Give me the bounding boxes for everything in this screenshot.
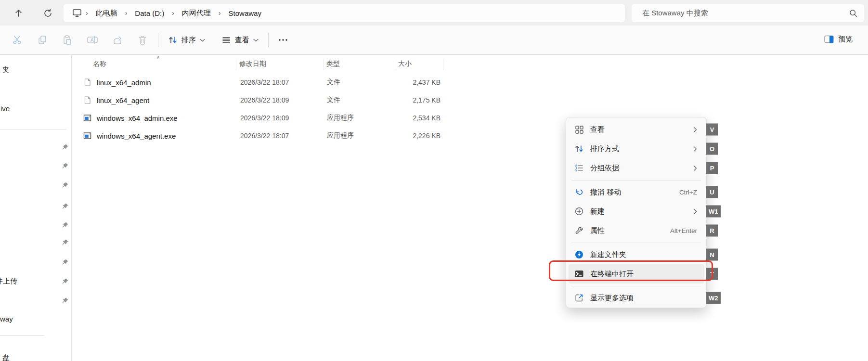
sort-by-icon [574,144,584,154]
share-icon [112,35,123,45]
terminal-icon [574,269,584,279]
application-icon [83,114,91,122]
key-hint-badge: N [706,249,718,261]
chevron-down-icon [253,39,259,42]
pin-icon [62,162,69,169]
file-icon [83,96,91,104]
up-arrow-icon [14,9,23,18]
menu-label: 新建文件夹 [590,250,626,259]
preview-label: 预览 [838,35,853,44]
pin-icon [62,203,69,210]
file-type: 应用程序 [327,114,354,122]
menu-item-properties[interactable]: 属性 Alt+Enter R [569,221,704,240]
cut-icon [12,35,23,45]
view-dropdown[interactable]: 查看 [217,31,263,49]
column-header-type[interactable]: 类型 [326,60,340,68]
new-folder-extension-icon [574,250,584,259]
column-separator[interactable] [396,59,396,70]
column-separator[interactable] [443,59,443,70]
file-date: 2026/3/22 18:09 [240,96,289,104]
search-box[interactable]: 在 Stowaway 中搜索 [632,4,864,22]
breadcrumb-separator: › [121,9,131,17]
menu-label: 新建 [590,207,605,216]
column-separator[interactable] [324,59,324,70]
column-header-date[interactable]: 修改日期 [239,60,266,68]
menu-item-new-folder[interactable]: 新建文件夹 N [569,245,704,264]
menu-item-open-in-terminal[interactable]: 在终端中打开 T [569,264,704,284]
paste-icon [62,35,73,45]
sidebar-item-clipped[interactable]: ive [0,104,10,113]
breadcrumb-this-pc[interactable]: 此电脑 [92,7,121,20]
toolbar-divider [158,33,158,47]
rename-icon: A [87,35,98,45]
menu-shortcut: Ctrl+Z [679,189,697,196]
menu-label: 排序方式 [590,144,619,154]
application-icon [83,131,91,140]
sort-dropdown[interactable]: 排序 [163,31,210,49]
column-header-size[interactable]: 大小 [398,60,412,68]
address-bar[interactable]: › 此电脑 › Data (D:) › 内网代理 › Stowaway [64,4,625,22]
key-hint-badge: O [706,143,718,155]
search-placeholder: 在 Stowaway 中搜索 [642,9,849,18]
undo-icon [574,187,584,197]
file-size: 2,534 KB [364,114,440,122]
menu-item-undo-move[interactable]: 撤消 移动 Ctrl+Z U [569,182,704,202]
key-hint-badge: W2 [706,292,721,304]
file-row[interactable]: windows_x64_admin.exe 2026/3/22 18:09 应用… [76,109,451,127]
sidebar-divider [0,129,66,129]
file-row[interactable]: linux_x64_agent 2026/3/22 18:09 文件 2,175… [76,91,451,109]
trash-icon [137,35,148,45]
copy-button[interactable] [32,30,53,50]
file-name: windows_x64_admin.exe [97,114,178,122]
pin-icon [62,221,69,229]
menu-item-new[interactable]: 新建 W1 [569,202,704,221]
submenu-chevron-icon [693,127,697,133]
new-item-icon [574,206,584,216]
menu-item-group-by[interactable]: 分组依据 P [569,158,704,178]
breadcrumb-current-folder[interactable]: Stowaway [225,7,265,19]
sort-label: 排序 [181,36,196,45]
delete-button[interactable] [132,30,153,50]
breadcrumb-folder[interactable]: 内网代理 [178,7,215,20]
menu-divider [571,286,701,286]
menu-item-view[interactable]: 查看 V [569,120,704,139]
paste-button[interactable] [57,30,78,50]
key-hint-badge: P [706,162,718,174]
column-separator[interactable] [236,59,236,70]
file-date: 2026/3/22 18:07 [240,132,289,140]
menu-label: 分组依据 [590,164,619,173]
column-header-name[interactable]: 名称 [93,60,106,68]
pin-icon [62,258,69,266]
sidebar-item-clipped[interactable]: 件上传 [0,277,17,286]
view-label: 查看 [235,36,249,45]
sidebar-item-clipped[interactable]: way [0,315,13,323]
breadcrumb-separator: › [215,9,225,17]
file-row[interactable]: linux_x64_admin 2026/3/22 18:07 文件 2,437… [76,73,451,91]
copy-icon [37,35,48,45]
menu-label: 查看 [590,125,605,134]
up-button[interactable] [10,5,26,21]
refresh-button[interactable] [39,5,56,21]
sidebar-item-clipped[interactable]: 夹 [2,65,10,75]
command-toolbar: A 排序 查看 [0,26,868,55]
file-size: 2,437 KB [364,78,440,86]
menu-label: 撤消 移动 [590,188,621,197]
preview-button[interactable]: 预览 [819,31,857,48]
sidebar-item-clipped[interactable]: 盘 [2,353,10,361]
menu-item-sort-by[interactable]: 排序方式 O [569,139,704,158]
menu-label: 在终端中打开 [590,270,634,279]
menu-item-show-more-options[interactable]: 显示更多选项 W2 [569,288,704,308]
file-name: linux_x64_admin [97,78,151,86]
file-size: 2,226 KB [364,132,440,140]
cut-button[interactable] [7,30,28,50]
key-hint-badge: W1 [706,206,721,218]
key-hint-badge: V [706,124,718,136]
share-button[interactable] [107,30,128,50]
menu-divider [571,243,701,243]
more-options-button[interactable] [273,31,293,49]
breadcrumb-drive-d[interactable]: Data (D:) [131,7,168,19]
sidebar-divider [0,335,44,336]
file-type: 应用程序 [327,131,354,140]
file-row[interactable]: windows_x64_agent.exe 2026/3/22 18:07 应用… [76,127,451,144]
rename-button[interactable]: A [82,30,103,50]
